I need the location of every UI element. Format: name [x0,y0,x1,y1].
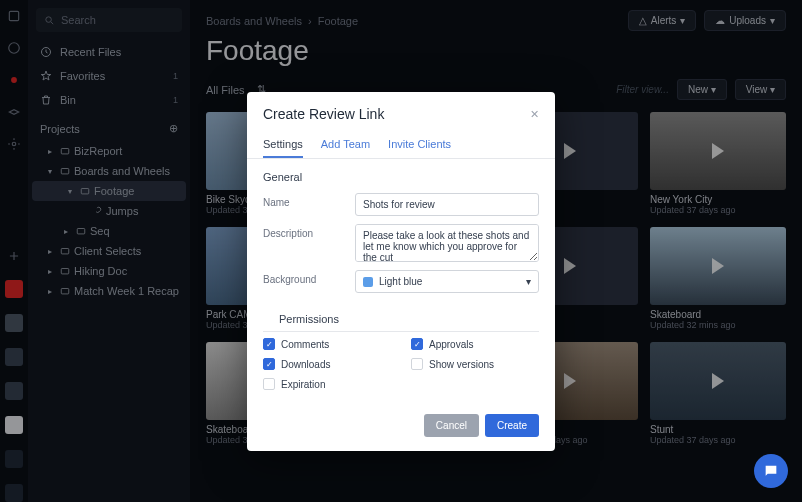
background-label: Background [263,270,347,285]
chat-fab[interactable] [754,454,788,488]
checkbox-icon[interactable] [263,378,275,390]
section-permissions: Permissions [263,301,539,332]
tab-invite-clients[interactable]: Invite Clients [388,132,451,158]
description-label: Description [263,224,347,239]
name-label: Name [263,193,347,208]
perm-label: Downloads [281,359,330,370]
description-input[interactable]: Please take a look at these shots and le… [355,224,539,262]
perm-label: Comments [281,339,329,350]
section-general: General [247,159,555,189]
chat-icon [763,463,779,479]
chevron-down-icon: ▾ [526,276,531,287]
modal-tabs: Settings Add Team Invite Clients [247,132,555,159]
create-button[interactable]: Create [485,414,539,437]
background-select[interactable]: Light blue ▾ [355,270,539,293]
perm-comments[interactable]: Comments [263,338,391,350]
permissions-grid: Comments Approvals Downloads Show versio… [247,332,555,404]
name-input[interactable] [355,193,539,216]
cancel-button[interactable]: Cancel [424,414,479,437]
create-review-modal: Create Review Link ✕ Settings Add Team I… [247,92,555,451]
checkbox-icon[interactable] [411,358,423,370]
perm-label: Approvals [429,339,473,350]
bg-value: Light blue [379,276,422,287]
checkbox-icon[interactable] [263,338,275,350]
perm-label: Show versions [429,359,494,370]
perm-expiration[interactable]: Expiration [263,378,391,390]
perm-downloads[interactable]: Downloads [263,358,391,370]
color-swatch [363,277,373,287]
checkbox-icon[interactable] [263,358,275,370]
modal-overlay: Create Review Link ✕ Settings Add Team I… [0,0,802,502]
perm-approvals[interactable]: Approvals [411,338,539,350]
tab-settings[interactable]: Settings [263,132,303,158]
perm-show-versions[interactable]: Show versions [411,358,539,370]
checkbox-icon[interactable] [411,338,423,350]
tab-add-team[interactable]: Add Team [321,132,370,158]
perm-label: Expiration [281,379,325,390]
modal-title: Create Review Link [263,106,384,122]
close-icon[interactable]: ✕ [530,108,539,121]
